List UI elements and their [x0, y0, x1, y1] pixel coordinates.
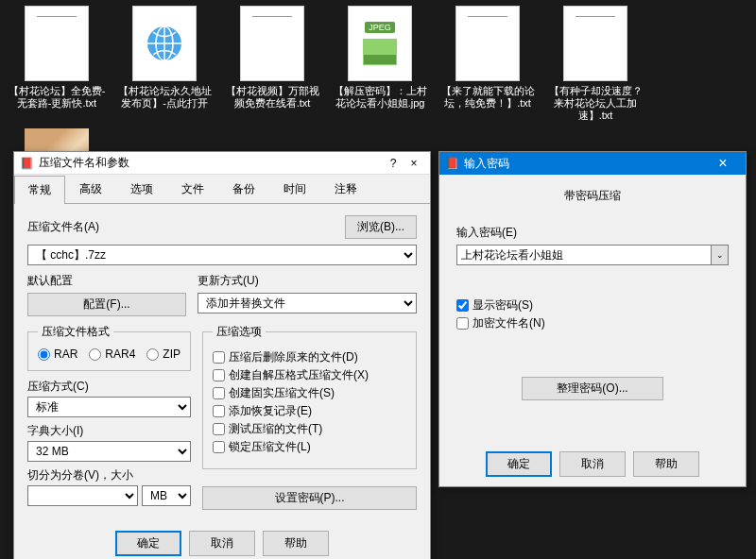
- help-button[interactable]: 帮助: [633, 451, 699, 477]
- opt-sfx[interactable]: 创建自解压格式压缩文件(X): [213, 367, 406, 383]
- ok-button[interactable]: 确定: [486, 451, 552, 477]
- show-password-check[interactable]: 显示密码(S): [456, 297, 729, 313]
- browse-button[interactable]: 浏览(B)...: [345, 215, 417, 239]
- archive-name-label: 压缩文件名(A): [27, 219, 99, 235]
- encrypt-names-check[interactable]: 加密文件名(N): [456, 315, 729, 331]
- close-button[interactable]: ×: [404, 157, 424, 170]
- txt-icon: [563, 6, 627, 81]
- tab-comment[interactable]: 注释: [320, 175, 371, 203]
- profiles-button[interactable]: 配置(F)...: [27, 293, 186, 316]
- jpeg-icon: JPEG: [348, 6, 412, 81]
- password-dialog: 📕 输入密码 × 带密码压缩 输入密码(E) ⌄ 显示密码(S) 加密文件名(N…: [438, 151, 747, 487]
- update-mode-select[interactable]: 添加并替换文件: [198, 293, 417, 313]
- file-item[interactable]: 【有种子却没速度？来村花论坛人工加速】.txt: [544, 6, 646, 123]
- password-input-label: 输入密码(E): [456, 226, 517, 239]
- tab-advanced[interactable]: 高级: [65, 175, 116, 203]
- titlebar[interactable]: 📕 压缩文件名和参数 ? ×: [14, 152, 430, 175]
- dict-select[interactable]: 32 MB: [27, 441, 191, 462]
- manage-passwords-button[interactable]: 整理密码(O)...: [522, 377, 663, 400]
- format-legend: 压缩文件格式: [38, 324, 113, 340]
- opt-delete[interactable]: 压缩后删除原来的文件(D): [213, 349, 406, 365]
- titlebar[interactable]: 📕 输入密码 ×: [439, 152, 746, 175]
- opt-test[interactable]: 测试压缩的文件(T): [213, 421, 406, 437]
- archive-name-input[interactable]: 【 cchc】.7zz: [27, 245, 417, 265]
- txt-icon: [240, 6, 304, 81]
- help-button[interactable]: 帮助: [263, 531, 329, 556]
- tab-general[interactable]: 常规: [14, 176, 65, 204]
- method-select[interactable]: 标准: [27, 397, 191, 417]
- default-profile-label: 默认配置: [27, 274, 73, 287]
- opt-recovery[interactable]: 添加恢复记录(E): [213, 403, 406, 419]
- txt-icon: [25, 6, 89, 81]
- opt-solid[interactable]: 创建固实压缩文件(S): [213, 385, 406, 401]
- help-button[interactable]: ?: [383, 157, 404, 170]
- split-unit-select[interactable]: MB: [142, 485, 191, 506]
- format-rar[interactable]: RAR: [38, 347, 77, 361]
- set-password-button[interactable]: 设置密码(P)...: [202, 486, 417, 510]
- split-label: 切分为分卷(V)，大小: [27, 468, 133, 482]
- update-mode-label: 更新方式(U): [198, 274, 259, 287]
- tab-options[interactable]: 选项: [116, 175, 167, 203]
- app-icon: 📕: [445, 157, 458, 170]
- file-item[interactable]: 【村花论坛永久地址发布页】-点此打开: [113, 6, 215, 123]
- app-icon: 📕: [20, 157, 33, 170]
- dict-label: 字典大小(I): [27, 424, 83, 437]
- globe-icon: [132, 6, 197, 81]
- file-item[interactable]: 【来了就能下载的论坛，纯免费！】.txt: [437, 6, 539, 123]
- split-size-select[interactable]: [27, 485, 138, 506]
- password-heading: 带密码压缩: [456, 188, 729, 204]
- opt-lock[interactable]: 锁定压缩文件(L): [213, 439, 406, 455]
- close-button[interactable]: ×: [706, 152, 740, 175]
- file-item[interactable]: 【村花视频】万部视频免费在线看.txt: [221, 6, 323, 123]
- dropdown-button[interactable]: ⌄: [712, 245, 729, 265]
- tab-time[interactable]: 时间: [269, 175, 320, 203]
- password-input[interactable]: [456, 245, 712, 265]
- cancel-button[interactable]: 取消: [559, 451, 626, 477]
- compress-dialog: 📕 压缩文件名和参数 ? × 常规 高级 选项 文件 备份 时间 注释 压缩文件…: [13, 151, 431, 559]
- file-item[interactable]: JPEG 【解压密码】：上村花论坛看小姐姐.jpg: [329, 6, 431, 123]
- tabs: 常规 高级 选项 文件 备份 时间 注释: [14, 175, 430, 204]
- tab-backup[interactable]: 备份: [218, 175, 269, 203]
- cancel-button[interactable]: 取消: [189, 531, 255, 556]
- txt-icon: [455, 6, 520, 81]
- format-zip[interactable]: ZIP: [146, 347, 180, 361]
- options-legend: 压缩选项: [213, 324, 266, 340]
- tab-files[interactable]: 文件: [167, 175, 218, 203]
- ok-button[interactable]: 确定: [115, 531, 181, 556]
- method-label: 压缩方式(C): [27, 380, 89, 393]
- format-rar4[interactable]: RAR4: [89, 347, 135, 361]
- file-item[interactable]: 【村花论坛】全免费-无套路-更新快.txt: [6, 6, 108, 123]
